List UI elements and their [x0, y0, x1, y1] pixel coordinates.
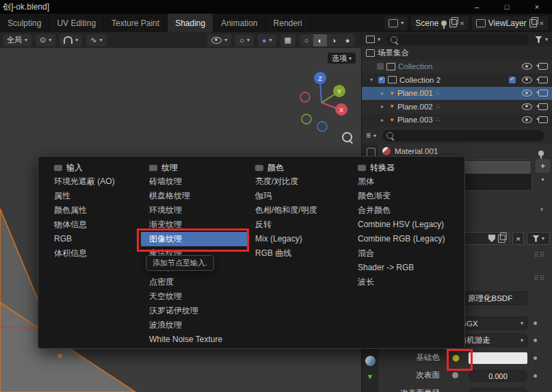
shading-wireframe-button[interactable]: ○ — [300, 34, 313, 47]
menu-item[interactable]: 沃罗诺伊纹理 — [141, 304, 247, 318]
maximize-button[interactable]: □ — [492, 0, 522, 14]
close-button[interactable]: × — [522, 0, 552, 14]
zoom-tool-icon[interactable] — [342, 132, 352, 142]
navigation-gizmo[interactable]: Z Y X — [295, 67, 350, 135]
fake-user-shield-icon[interactable] — [488, 235, 495, 242]
menu-item[interactable]: 颜色渐变 — [350, 189, 462, 203]
shading-material-button[interactable]: ◑ — [327, 34, 341, 47]
menu-item[interactable]: 渐变纹理 — [141, 218, 247, 232]
outliner-row-plane-003[interactable]: ▸ ▼ Plane.003 ∴ — [362, 114, 552, 127]
outliner-row-plane-001[interactable]: ▸ ▼ Plane.001 ∴ — [362, 87, 552, 101]
expand-triangle-icon[interactable]: ▸ — [381, 117, 386, 123]
pin-icon[interactable] — [538, 151, 544, 156]
editor-type-icon[interactable]: ≡ — [366, 131, 371, 140]
chevron-down-icon[interactable]: ▾ — [373, 133, 376, 139]
new-view-layer-icon[interactable] — [529, 19, 537, 27]
expand-triangle-icon[interactable]: ▾ — [370, 77, 376, 83]
axis-minus-y-ball[interactable] — [302, 114, 311, 124]
animate-dot[interactable] — [534, 322, 537, 325]
menu-item[interactable]: 颜色属性 — [46, 203, 141, 218]
scene-browse-button[interactable]: ▾ — [384, 16, 408, 30]
menu-item[interactable]: 砖墙纹理 — [141, 174, 247, 189]
menu-item[interactable]: Shader -> RGB — [350, 261, 462, 275]
outliner-row-scene-collection[interactable]: 场景集合 — [362, 47, 552, 60]
tab-render[interactable]: Renderi — [266, 14, 311, 32]
animate-dot[interactable] — [534, 374, 537, 378]
disable-render-icon[interactable] — [538, 63, 548, 70]
base-color-socket-icon[interactable] — [452, 354, 460, 362]
render-preview-dropdown[interactable]: ●▾ — [258, 34, 276, 47]
options-button[interactable]: 选项 ▾ — [328, 53, 356, 64]
disable-render-icon[interactable] — [538, 90, 548, 96]
disable-render-icon[interactable] — [538, 116, 548, 123]
new-material-icon[interactable] — [498, 235, 505, 243]
menu-item[interactable]: 物体信息 — [46, 218, 141, 232]
slot-specials-button[interactable]: ▾ — [536, 174, 550, 185]
menu-item[interactable]: 黑体 — [350, 174, 462, 189]
axis-minus-x-ball[interactable] — [300, 92, 310, 102]
menu-item[interactable]: RGB 曲线 — [247, 246, 350, 261]
remove-view-layer-icon[interactable]: × — [540, 19, 544, 27]
subsurface-radius-field[interactable] — [469, 388, 527, 392]
add-slot-button[interactable]: + — [536, 159, 550, 172]
menu-item[interactable]: 属性 — [46, 189, 141, 203]
subsurface-socket-icon[interactable] — [452, 372, 458, 378]
menu-item[interactable]: 色相/饱和度/明度 — [247, 203, 350, 218]
xray-toggle[interactable]: ▦ — [280, 34, 295, 47]
transform-orientation-dropdown[interactable]: 全局▾ — [3, 34, 31, 47]
properties-search-input[interactable] — [382, 130, 544, 142]
animate-dot[interactable] — [534, 356, 537, 360]
menu-item[interactable]: White Noise Texture — [141, 332, 247, 347]
filter-button[interactable]: ▾ — [527, 232, 550, 245]
proportional-edit-dropdown[interactable]: ∿▾ — [86, 34, 106, 47]
menu-item[interactable]: 天空纹理 — [141, 289, 247, 304]
selectable-checkbox[interactable] — [509, 77, 516, 83]
base-color-swatch[interactable] — [469, 352, 527, 364]
chevron-down-icon[interactable]: ▾ — [545, 36, 548, 42]
outliner-row-plane-002[interactable]: ▸ ▼ Plane.002 ∴ — [362, 100, 552, 114]
hide-eye-icon[interactable] — [522, 90, 532, 96]
menu-item[interactable]: Combine HSV (Legacy) — [350, 218, 462, 232]
menu-item[interactable]: 波长 — [350, 275, 462, 289]
minimize-button[interactable]: – — [462, 0, 492, 14]
snap-dropdown[interactable]: ▾ — [60, 34, 82, 47]
animate-dot[interactable] — [534, 339, 537, 342]
shading-rendered-button[interactable]: ● — [341, 34, 354, 47]
slot-list-expand-chevron[interactable]: ▾ — [533, 206, 551, 213]
disable-render-icon[interactable] — [538, 103, 548, 110]
object-data-tab-icon[interactable]: ▼ — [367, 373, 373, 380]
menu-item[interactable]: 点密度 — [141, 275, 247, 289]
exclude-checkbox[interactable] — [378, 77, 385, 83]
unlink-material-button[interactable]: × — [512, 232, 524, 245]
chevron-down-icon[interactable]: ▾ — [378, 36, 380, 42]
subsurface-value-field[interactable]: 0.000 — [469, 370, 527, 382]
menu-item[interactable]: Mix (Legacy) — [247, 232, 350, 246]
exclude-checkbox[interactable] — [377, 63, 384, 70]
menu-item[interactable]: 反转 — [247, 218, 350, 232]
menu-item[interactable]: 体积信息 — [46, 246, 141, 261]
tab-uv-editing[interactable]: UV Editing — [49, 14, 104, 32]
menu-item[interactable]: 合并颜色 — [350, 203, 462, 218]
disable-render-icon[interactable] — [538, 77, 548, 83]
overlays-dropdown[interactable]: ○▾ — [235, 34, 254, 47]
outliner-row-collection[interactable]: Collection — [362, 60, 552, 74]
menu-item[interactable]: 环境纹理 — [141, 203, 247, 218]
new-scene-icon[interactable] — [449, 19, 457, 27]
hide-eye-icon[interactable] — [522, 77, 532, 83]
pivot-point-dropdown[interactable]: ⊙▾ — [36, 34, 55, 47]
expand-triangle-icon[interactable]: ▸ — [381, 103, 386, 109]
menu-item[interactable]: 伽玛 — [247, 189, 350, 203]
shading-solid-button[interactable]: ◐ — [313, 34, 327, 47]
menu-item[interactable]: RGB — [46, 232, 141, 246]
axis-minus-z-ball[interactable] — [317, 122, 327, 131]
menu-item[interactable]: 环境光遮蔽 (AO) — [46, 174, 141, 189]
outliner-search-input[interactable] — [386, 34, 529, 44]
unlink-scene-icon[interactable]: × — [460, 19, 464, 27]
hide-eye-icon[interactable] — [522, 63, 532, 70]
tab-texture-paint[interactable]: Texture Paint — [104, 14, 168, 32]
tab-animation[interactable]: Animation — [213, 14, 265, 32]
menu-item[interactable]: 混合 — [350, 246, 462, 261]
view-layer-selector[interactable]: ViewLayer × — [472, 16, 548, 30]
hide-eye-icon[interactable] — [522, 103, 532, 110]
outliner-row-collection-2[interactable]: ▾ Collection 2 — [362, 73, 552, 87]
